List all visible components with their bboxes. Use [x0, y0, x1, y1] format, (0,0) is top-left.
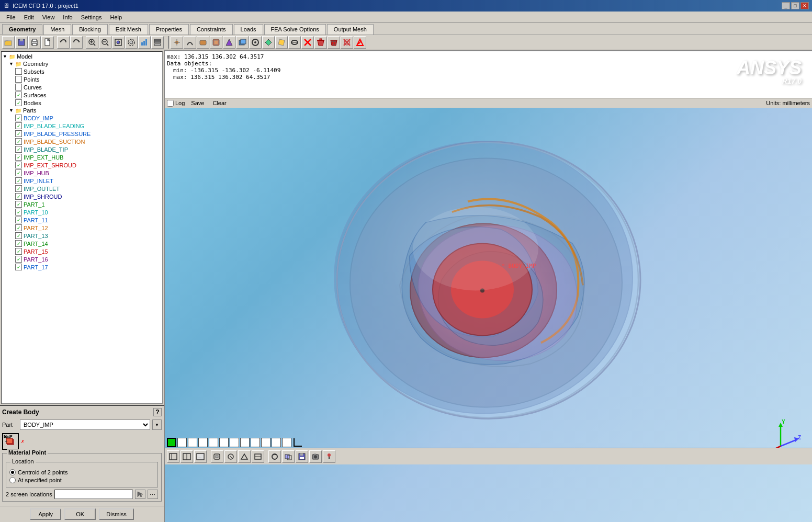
tb-redo[interactable] [70, 36, 83, 49]
tree-imp-hub[interactable]: ✓ IMP_HUB [3, 169, 161, 177]
check-part-16[interactable]: ✓ [15, 256, 22, 263]
specified-radio[interactable] [9, 477, 16, 483]
tab-loads[interactable]: Loads [234, 24, 263, 35]
tree-bodies[interactable]: ✓ Bodies [3, 99, 161, 107]
vp-tool-1[interactable] [167, 450, 179, 463]
tb-delete-4[interactable] [341, 36, 353, 49]
tb-zoom-in[interactable] [86, 36, 98, 49]
tree-imp-blade-leading[interactable]: ✓ IMP_BLADE_LEADING [3, 122, 161, 130]
check-imp-inlet[interactable]: ✓ [15, 177, 22, 184]
tab-properties[interactable]: Properties [149, 24, 189, 35]
tb-zoom-out[interactable] [99, 36, 111, 49]
menu-view[interactable]: View [38, 13, 59, 21]
tab-fea[interactable]: FEA Solve Options [264, 24, 326, 35]
tree-imp-ext-hub[interactable]: ✓ IMP_EXT_HUB [3, 153, 161, 161]
tb-chart[interactable] [138, 36, 151, 49]
tree-curves[interactable]: Curves [3, 83, 161, 91]
check-part-12[interactable]: ✓ [15, 224, 22, 231]
tb-save[interactable] [15, 36, 28, 49]
check-imp-shroud[interactable]: ✓ [15, 193, 22, 200]
tree-part-15[interactable]: ✓ PART_15 [3, 247, 161, 255]
check-imp-blade-pressure[interactable]: ✓ [15, 130, 22, 137]
dismiss-button[interactable]: Dismiss [99, 508, 134, 520]
vp-tool-camera[interactable] [309, 450, 322, 463]
clear-console-button[interactable]: Clear [210, 99, 228, 107]
tab-geometry[interactable]: Geometry [2, 24, 42, 35]
check-body-imp[interactable]: ✓ [15, 115, 22, 121]
tree-part-10[interactable]: ✓ PART_10 [3, 208, 161, 216]
color-white-6[interactable] [230, 438, 239, 447]
check-part-15[interactable]: ✓ [15, 248, 22, 255]
color-white-2[interactable] [188, 438, 197, 447]
menu-file[interactable]: File [2, 13, 20, 21]
save-console-button[interactable]: Save [189, 99, 206, 107]
tb-delete-5[interactable] [354, 36, 366, 49]
log-checkbox[interactable] [167, 100, 174, 107]
vp-tool-6[interactable] [238, 450, 251, 463]
color-white-1[interactable] [177, 438, 187, 447]
tb-delete-3[interactable] [328, 36, 340, 49]
check-imp-blade-tip[interactable]: ✓ [15, 146, 22, 153]
vp-tool-save[interactable] [296, 450, 308, 463]
part-dropdown[interactable]: BODY_IMP [20, 419, 150, 430]
tree-parts[interactable]: ▼ 📁 Parts [3, 107, 161, 114]
tree-points[interactable]: Points [3, 75, 161, 83]
check-points[interactable] [15, 76, 22, 83]
vp-tool-2[interactable] [181, 450, 193, 463]
tb-geo-1[interactable] [171, 36, 183, 49]
vp-tool-9[interactable] [282, 450, 295, 463]
tb-delete-2[interactable] [314, 36, 327, 49]
tb-layers[interactable] [151, 36, 164, 49]
tb-open[interactable] [2, 36, 15, 49]
apply-button[interactable]: Apply [30, 508, 61, 520]
matpt-button[interactable]: ✖ MatP [2, 433, 19, 450]
check-part-10[interactable]: ✓ [15, 209, 22, 215]
tree-imp-blade-suction[interactable]: ✓ IMP_BLADE_SUCTION [3, 138, 161, 145]
tree-imp-ext-shroud[interactable]: ✓ IMP_EXT_SHROUD [3, 161, 161, 169]
tree-part-12[interactable]: ✓ PART_12 [3, 224, 161, 232]
ok-button[interactable]: OK [64, 508, 96, 520]
minimize-button[interactable]: _ [782, 2, 790, 9]
check-surfaces[interactable]: ✓ [15, 92, 22, 98]
color-white-8[interactable] [251, 438, 260, 447]
color-white-4[interactable] [209, 438, 218, 447]
tb-geo-6[interactable] [262, 36, 275, 49]
menu-edit[interactable]: Edit [20, 13, 38, 21]
tb-delete-1[interactable] [301, 36, 314, 49]
vp-tool-7[interactable] [252, 450, 264, 463]
vp-tool-pin[interactable] [323, 450, 335, 463]
check-part-13[interactable]: ✓ [15, 232, 22, 239]
vp-tool-5[interactable] [224, 450, 237, 463]
tb-geo-surface[interactable] [197, 36, 209, 49]
tree-imp-inlet[interactable]: ✓ IMP_INLET [3, 177, 161, 185]
tb-geo-2[interactable] [184, 36, 196, 49]
part-dropdown-arrow[interactable]: ▼ [152, 419, 162, 430]
check-bodies[interactable]: ✓ [15, 99, 22, 106]
color-green[interactable] [167, 438, 176, 447]
tree-part-14[interactable]: ✓ PART_14 [3, 240, 161, 247]
check-subsets[interactable] [15, 68, 22, 75]
color-white-3[interactable] [198, 438, 208, 447]
vp-tool-4[interactable] [211, 450, 223, 463]
tab-constraints[interactable]: Constraints [190, 24, 233, 35]
menu-help[interactable]: Help [106, 13, 126, 21]
vp-tool-8[interactable] [268, 450, 281, 463]
screen-loc-cursor-icon[interactable] [135, 490, 145, 499]
maximize-button[interactable]: □ [791, 2, 799, 9]
close-button[interactable]: ✕ [800, 2, 809, 9]
tab-output-mesh[interactable]: Output Mesh [327, 24, 374, 35]
tree-imp-blade-tip[interactable]: ✓ IMP_BLADE_TIP [3, 145, 161, 153]
tab-blocking[interactable]: Blocking [72, 24, 108, 35]
check-imp-ext-hub[interactable]: ✓ [15, 154, 22, 161]
check-part-14[interactable]: ✓ [15, 240, 22, 247]
screen-loc-dots-icon[interactable]: ··· [148, 490, 158, 499]
tb-geo-3[interactable] [223, 36, 235, 49]
centroid-radio[interactable] [9, 469, 16, 475]
tb-fit[interactable] [112, 36, 125, 49]
tab-mesh[interactable]: Mesh [43, 24, 71, 35]
tb-geo-body[interactable] [210, 36, 222, 49]
tab-edit-mesh[interactable]: Edit Mesh [109, 24, 148, 35]
window-controls[interactable]: _ □ ✕ [782, 2, 809, 9]
color-white-10[interactable] [272, 438, 281, 447]
tree-geometry[interactable]: ▼ 📁 Geometry [3, 60, 161, 67]
